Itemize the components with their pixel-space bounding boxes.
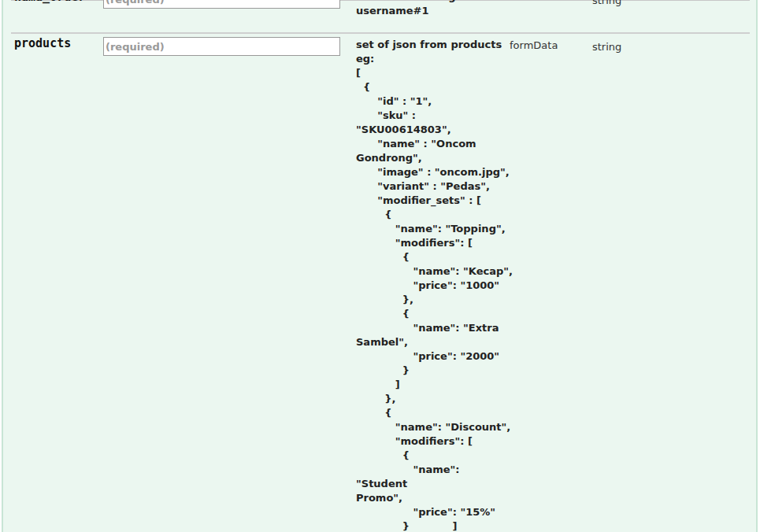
- description-line: "name": "Topping",: [356, 222, 513, 236]
- parameter-description-products: set of json from products eg:[ { "id" : …: [356, 38, 513, 532]
- description-line: "name": "Extra: [356, 321, 513, 335]
- data-type-nama-order: string: [592, 0, 621, 6]
- parameter-value-input-products[interactable]: [103, 37, 340, 56]
- description-line: {: [356, 208, 513, 222]
- parameter-name-nama-order: nama_order: [14, 0, 85, 3]
- description-line: "price": "15%": [356, 505, 513, 519]
- description-line: },: [356, 392, 513, 406]
- description-line: Promo",: [356, 491, 513, 505]
- row-divider: [11, 32, 750, 34]
- description-line: username#1: [356, 4, 513, 18]
- description-line: } ]: [356, 519, 513, 532]
- description-line: "modifiers": [: [356, 236, 513, 250]
- parameter-type-products: formData: [510, 40, 558, 50]
- description-line: {: [356, 80, 513, 94]
- description-line: [: [356, 66, 513, 80]
- description-line: Gondrong",: [356, 151, 513, 165]
- description-line: "name" : "Oncom: [356, 137, 513, 151]
- description-line: "id" : "1",: [356, 94, 513, 109]
- description-line: "name": "Kecap",: [356, 264, 513, 279]
- description-line: "variant" : "Pedas",: [356, 179, 513, 194]
- description-line: },: [356, 293, 513, 307]
- parameter-description-nama-order: name of order eg:username#1: [356, 0, 513, 18]
- description-line: {: [356, 449, 513, 463]
- description-line: "modifiers": [: [356, 434, 513, 449]
- data-type-products: string: [592, 42, 621, 52]
- description-line: "sku" : "SKU00614803",: [356, 109, 513, 137]
- description-line: {: [356, 307, 513, 321]
- description-line: {: [356, 250, 513, 264]
- description-line: Sambel",: [356, 335, 513, 349]
- parameter-value-input-nama-order[interactable]: [103, 0, 340, 9]
- description-line: set of json from products eg:: [356, 38, 513, 66]
- description-line: }: [356, 364, 513, 378]
- description-line: "name": "Discount",: [356, 420, 513, 434]
- description-line: "image" : "oncom.jpg",: [356, 165, 513, 179]
- description-line: "name": "Student: [356, 463, 513, 491]
- description-line: "price": "1000": [356, 279, 513, 293]
- description-line: "modifier_sets" : [: [356, 194, 513, 208]
- description-line: ]: [356, 378, 513, 392]
- parameter-name-products: products: [14, 38, 71, 50]
- description-line: "price": "2000": [356, 349, 513, 364]
- description-line: {: [356, 406, 513, 420]
